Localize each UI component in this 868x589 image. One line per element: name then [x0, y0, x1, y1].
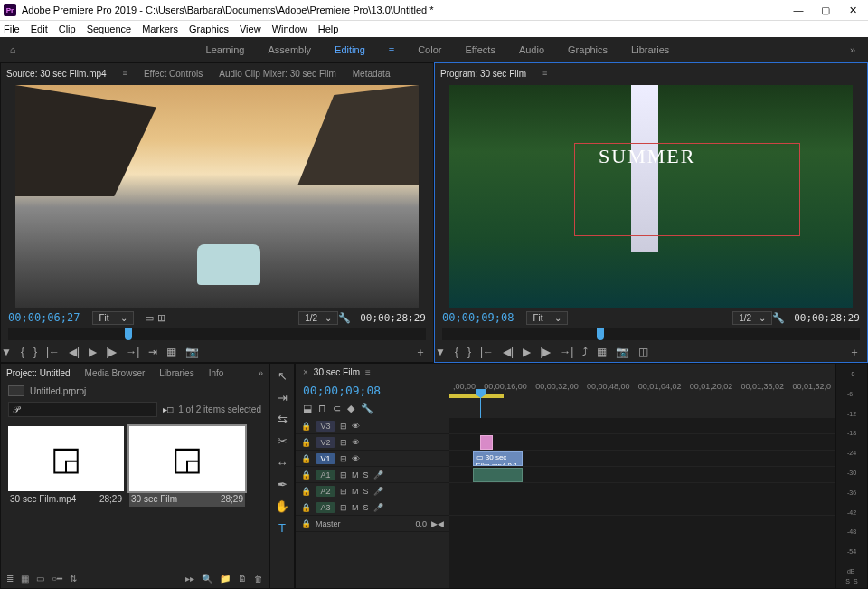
automate-icon[interactable]: ▸▸	[185, 574, 194, 584]
work-area-bar[interactable]	[449, 394, 504, 398]
audio-track-head-a2[interactable]: 🔒A2⊟MS🎤	[296, 483, 449, 499]
marker-add-icon[interactable]: ◆	[347, 403, 354, 414]
source-tab[interactable]: Audio Clip Mixer: 30 sec Film	[219, 69, 335, 79]
razor-tool-icon[interactable]: ✂	[278, 434, 288, 448]
source-monitor[interactable]	[15, 85, 419, 308]
linked-sel-icon[interactable]: ⊂	[333, 403, 341, 414]
project-search-input[interactable]	[8, 402, 157, 417]
menu-clip[interactable]: Clip	[59, 24, 76, 34]
project-overflow-icon[interactable]: »	[258, 368, 263, 378]
project-tab[interactable]: Media Browser	[85, 368, 146, 378]
project-tab[interactable]: Libraries	[159, 368, 193, 378]
go-to-in-icon[interactable]: |←	[46, 346, 60, 358]
track-select-tool-icon[interactable]: ⇥	[278, 391, 288, 404]
audio-track-head-a3[interactable]: 🔒A3⊟MS🎤	[296, 499, 449, 516]
minimize-button[interactable]: —	[792, 5, 805, 16]
program-tab-menu-icon[interactable]: ≡	[542, 69, 547, 78]
menu-view[interactable]: View	[240, 24, 261, 34]
title-clip[interactable]	[480, 435, 493, 450]
slip-tool-icon[interactable]: ↔	[277, 456, 288, 470]
button-editor-icon[interactable]: ＋	[415, 345, 426, 360]
project-bin-item[interactable]: ◲30 sec Film.mp428;29	[8, 426, 124, 507]
marker-icon[interactable]: ▼	[1, 346, 12, 358]
step-back-icon[interactable]: ◀|	[503, 346, 514, 358]
selection-tool-icon[interactable]: ↖	[278, 369, 288, 383]
source-resolution-icon[interactable]: ▭	[143, 311, 156, 324]
export-frame-icon[interactable]: 📷	[185, 346, 199, 358]
lift-icon[interactable]: ⤴	[582, 346, 588, 358]
mark-out-icon[interactable]: }	[33, 346, 37, 358]
insert-icon[interactable]: ⇥	[148, 346, 157, 358]
ripple-tool-icon[interactable]: ⇆	[278, 413, 288, 426]
delete-icon[interactable]: 🗑	[254, 574, 263, 584]
audio-lane-a2[interactable]	[449, 483, 835, 499]
program-playback-res-dropdown[interactable]: 1/2⌄	[732, 311, 772, 325]
close-button[interactable]: ✕	[846, 5, 859, 16]
step-fwd-icon[interactable]: |▶	[106, 346, 117, 358]
compare-icon[interactable]: ◫	[638, 346, 648, 358]
find-icon[interactable]: 🔍	[202, 574, 212, 584]
video-lane-v1[interactable]: ▭ 30 sec Film.mp4 [V]	[449, 451, 835, 467]
audio-lane-a3[interactable]	[449, 499, 835, 516]
program-out-timecode[interactable]: 00;00;28;29	[794, 312, 860, 324]
marker-icon[interactable]: ▼	[435, 346, 446, 358]
workspace-tab-effects[interactable]: Effects	[465, 44, 495, 55]
menu-sequence[interactable]: Sequence	[87, 24, 132, 34]
play-icon[interactable]: ▶	[89, 346, 97, 358]
filter-bin-icon[interactable]: ▸□	[163, 404, 173, 414]
program-in-timecode[interactable]: 00;00;09;08	[442, 311, 514, 324]
step-fwd-icon[interactable]: |▶	[540, 346, 551, 358]
zoom-slider[interactable]: ○━	[52, 574, 62, 584]
project-tab[interactable]: Project: Untitled	[6, 368, 71, 378]
program-settings-icon[interactable]: 🔧	[772, 311, 785, 324]
icon-view-icon[interactable]: ▦	[21, 574, 29, 584]
audio-track-head-a1[interactable]: 🔒A1⊟MS🎤	[296, 467, 449, 483]
audio-clip[interactable]	[473, 468, 523, 482]
export-frame-icon[interactable]: 📷	[616, 346, 629, 358]
menu-graphics[interactable]: Graphics	[189, 24, 229, 34]
source-tab[interactable]: Metadata	[353, 69, 391, 79]
button-editor-icon[interactable]: ＋	[849, 345, 860, 360]
timeline-tab[interactable]: 30 sec Film	[314, 367, 360, 377]
video-lane-v3[interactable]	[449, 418, 835, 434]
menu-file[interactable]: File	[4, 24, 20, 34]
menu-markers[interactable]: Markers	[142, 24, 178, 34]
source-tab-menu-icon[interactable]: ≡	[123, 69, 127, 78]
master-track-head[interactable]: 🔒Master0.0▶◀	[296, 516, 449, 532]
source-scrub-bar[interactable]	[8, 328, 426, 340]
step-back-icon[interactable]: ◀|	[69, 346, 80, 358]
program-monitor[interactable]: SUMMER	[449, 85, 853, 308]
project-tab[interactable]: Info	[209, 368, 224, 378]
video-track-head-v1[interactable]: 🔒V1⊟👁	[296, 451, 449, 467]
mark-out-icon[interactable]: }	[467, 346, 471, 358]
overwrite-icon[interactable]: ▦	[166, 346, 176, 358]
mark-in-icon[interactable]: {	[21, 346, 24, 358]
workspace-tab-audio[interactable]: Audio	[519, 44, 544, 55]
menu-window[interactable]: Window	[272, 24, 307, 34]
sort-icon[interactable]: ⇅	[70, 574, 77, 584]
source-zoom-dropdown[interactable]: Fit⌄	[92, 311, 133, 325]
audio-lane-a1[interactable]	[449, 467, 835, 483]
program-zoom-dropdown[interactable]: Fit⌄	[526, 311, 567, 325]
pen-tool-icon[interactable]: ✒	[278, 478, 288, 491]
workspace-tab-graphics[interactable]: Graphics	[568, 44, 608, 55]
workspace-menu-icon[interactable]: ≡	[389, 44, 394, 55]
video-track-head-v3[interactable]: 🔒V3⊟👁	[296, 418, 449, 434]
timeline-settings-icon[interactable]: 🔧	[361, 403, 373, 414]
program-scrub-bar[interactable]	[442, 328, 860, 340]
timeline-close-icon[interactable]: ×	[303, 367, 308, 377]
source-in-timecode[interactable]: 00;00;06;27	[8, 311, 80, 324]
new-bin-icon[interactable]: 📁	[220, 574, 231, 584]
go-to-out-icon[interactable]: →|	[560, 346, 573, 358]
program-tab[interactable]: Program: 30 sec Film	[440, 69, 526, 79]
source-tab[interactable]: Effect Controls	[144, 69, 203, 79]
type-tool-icon[interactable]: T	[278, 521, 286, 535]
workspace-overflow-button[interactable]: »	[850, 44, 855, 55]
project-bin-item[interactable]: ◲30 sec Film28;29	[129, 426, 245, 507]
maximize-button[interactable]: ▢	[819, 5, 832, 16]
freeform-view-icon[interactable]: ▭	[36, 574, 44, 584]
video-track-head-v2[interactable]: 🔒V2⊟👁	[296, 434, 449, 451]
hand-tool-icon[interactable]: ✋	[275, 499, 289, 513]
timeline-timecode[interactable]: 00;00;09;08	[303, 384, 442, 397]
video-lane-v2[interactable]	[449, 434, 835, 451]
